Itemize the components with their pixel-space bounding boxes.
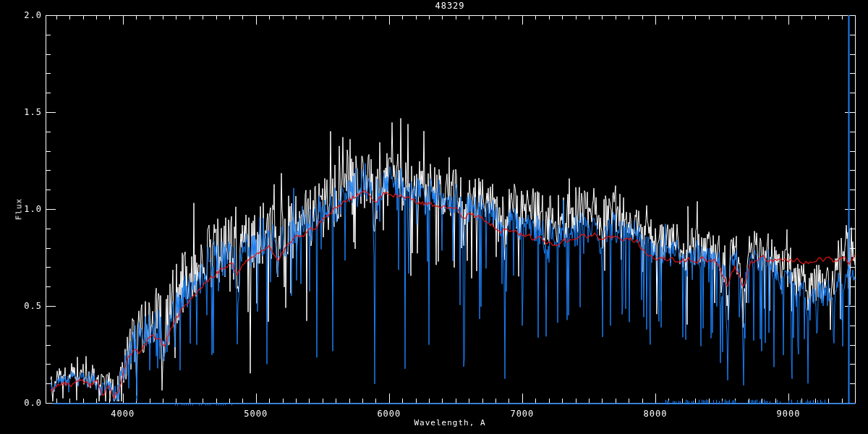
spectrum-plot-canvas bbox=[0, 0, 868, 434]
spectrum-figure: 48329 Wavelength, A Flux 400050006000700… bbox=[0, 0, 868, 434]
y-tick-label: 0.0 bbox=[24, 398, 42, 408]
x-tick-label: 8000 bbox=[643, 409, 667, 419]
y-tick-label: 1.0 bbox=[24, 204, 42, 214]
x-tick-label: 9000 bbox=[777, 409, 801, 419]
x-axis-label: Wavelength, A bbox=[414, 418, 485, 427]
x-tick-label: 6000 bbox=[377, 409, 401, 419]
x-tick-label: 4000 bbox=[111, 409, 135, 419]
y-axis-label: Flux bbox=[14, 198, 24, 221]
y-tick-label: 2.0 bbox=[24, 10, 42, 20]
x-tick-label: 7000 bbox=[510, 409, 534, 419]
x-tick-label: 5000 bbox=[244, 409, 268, 419]
chart-title: 48329 bbox=[435, 1, 464, 11]
y-tick-label: 0.5 bbox=[24, 301, 42, 311]
y-tick-label: 1.5 bbox=[24, 107, 42, 117]
